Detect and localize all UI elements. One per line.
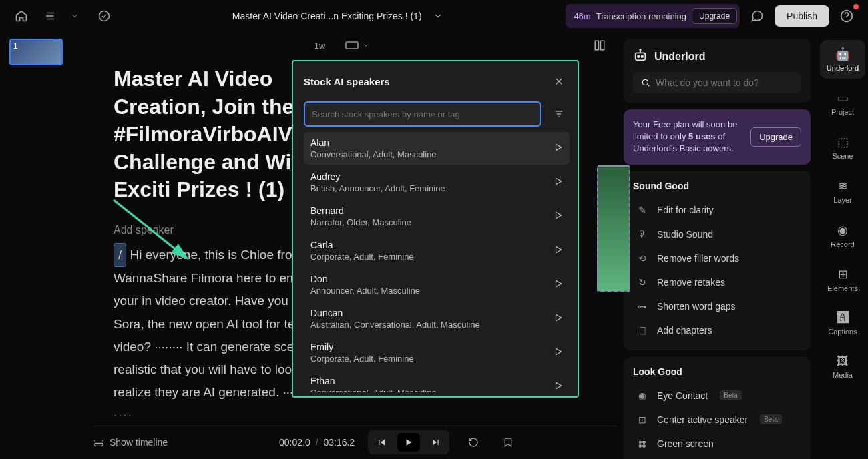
speaker-tags: Conversational, Adult, Masculine <box>310 388 554 392</box>
search-icon <box>641 78 650 87</box>
nav-scene[interactable]: ⬚Scene <box>820 128 865 167</box>
transcription-time: 46m <box>574 11 590 21</box>
width-selector[interactable]: 1w <box>314 41 326 51</box>
vertical-nav: 🤖Underlord ▭Project ⬚Scene ≋Layer ◉Recor… <box>817 32 868 459</box>
stock-speakers-modal: Stock AI speakers Alan Conversational, A… <box>292 60 579 398</box>
tool-edit-clarity[interactable]: ✎Edit for clarity <box>633 199 801 221</box>
chevron-down-icon[interactable] <box>427 5 449 27</box>
play-icon[interactable] <box>554 245 563 256</box>
speaker-search-input[interactable] <box>312 109 533 119</box>
tool-remove-retakes[interactable]: ↻Remove retakes <box>633 272 801 293</box>
svg-line-22 <box>647 84 649 86</box>
speaker-row[interactable]: Bernard Narrator, Older, Masculine <box>304 200 570 233</box>
captions-icon: 🅰 <box>837 311 849 325</box>
project-title[interactable]: Master AI Video Creati...n Exciting Priz… <box>232 11 422 21</box>
svg-marker-31 <box>556 246 562 252</box>
nav-media[interactable]: 🖼Media <box>820 348 865 386</box>
play-icon[interactable] <box>554 211 563 222</box>
play-icon[interactable] <box>554 347 563 358</box>
script-title[interactable]: Master AI Video Creation, Join the #Film… <box>73 59 314 224</box>
underlord-search[interactable] <box>633 72 801 93</box>
transcript-line: your in video creator. Have you see <box>114 294 312 308</box>
speaker-list: Alan Conversational, Adult, Masculine Au… <box>304 132 570 392</box>
robot-icon: 🤖 <box>835 47 850 61</box>
speaker-row[interactable]: Carla Corporate, Adult, Feminine <box>304 234 570 267</box>
underlord-search-input[interactable] <box>656 77 793 88</box>
tool-eye-contact[interactable]: ◉Eye ContactBeta <box>633 385 801 406</box>
publish-button[interactable]: Publish <box>775 5 829 27</box>
scene-thumb[interactable]: 1 <box>9 39 63 65</box>
nav-record[interactable]: ◉Record <box>820 216 865 255</box>
speaker-row[interactable]: Audrey British, Announcer, Adult, Femini… <box>304 166 570 199</box>
nav-elements[interactable]: ⊞Elements <box>820 260 865 299</box>
speaker-name: Emily <box>310 342 554 352</box>
look-good-title: Look Good <box>633 366 801 377</box>
help-icon[interactable] <box>836 5 857 27</box>
tool-add-chapters[interactable]: ⎕Add chapters <box>633 320 801 341</box>
svg-rect-6 <box>346 42 358 49</box>
speaker-row[interactable]: Alan Conversational, Adult, Masculine <box>304 132 570 165</box>
svg-marker-13 <box>407 439 412 445</box>
center-icon: ⊡ <box>636 414 649 425</box>
transcription-label: Transcription remaining <box>596 11 686 21</box>
home-icon[interactable] <box>11 5 32 27</box>
play-icon[interactable] <box>397 433 420 452</box>
show-timeline-label: Show timeline <box>110 437 168 448</box>
bookmark-icon[interactable] <box>497 432 519 453</box>
svg-point-18 <box>641 55 643 57</box>
look-good-card: Look Good ◉Eye ContactBeta ⊡Center activ… <box>624 357 811 459</box>
tool-remove-filler[interactable]: ⟲Remove filler words <box>633 248 801 269</box>
nav-project[interactable]: ▭Project <box>820 84 865 123</box>
record-icon: ◉ <box>837 223 848 238</box>
speaker-tags: Corporate, Adult, Feminine <box>310 252 554 262</box>
loop-icon[interactable] <box>463 432 484 453</box>
scene-icon: ⬚ <box>837 135 849 149</box>
chevron-down-icon[interactable] <box>64 5 85 27</box>
nav-captions[interactable]: 🅰Captions <box>820 304 865 342</box>
eye-icon: ◉ <box>636 390 649 401</box>
check-icon[interactable] <box>93 5 115 27</box>
topbar-right: 46m Transcription remaining Upgrade Publ… <box>566 4 857 28</box>
play-icon[interactable] <box>554 279 563 290</box>
tool-center-speaker[interactable]: ⊡Center active speakerBeta <box>633 409 801 430</box>
tool-green-screen[interactable]: ▦Green screen <box>633 433 801 454</box>
speaker-tags: British, Announcer, Adult, Feminine <box>310 183 554 193</box>
skip-forward-icon[interactable] <box>424 433 447 452</box>
speaker-name: Audrey <box>310 171 554 182</box>
speaker-row[interactable]: Don Announcer, Adult, Masculine <box>304 268 570 301</box>
speaker-row[interactable]: Duncan Australian, Conversational, Adult… <box>304 302 570 335</box>
upgrade-button-sm[interactable]: Upgrade <box>692 8 737 24</box>
play-icon[interactable] <box>554 313 563 324</box>
close-icon[interactable] <box>548 71 570 92</box>
play-icon[interactable] <box>554 143 563 154</box>
nav-layer[interactable]: ≋Layer <box>820 172 865 211</box>
upgrade-notice-text: Your Free plan will soon be limited to o… <box>633 119 744 155</box>
project-icon: ▭ <box>837 91 849 105</box>
show-timeline-button[interactable]: Show timeline <box>93 437 168 448</box>
transcript-line: Hi everyone, this is Chloe from <box>130 248 303 262</box>
tool-studio-sound[interactable]: 🎙Studio Sound <box>633 223 801 245</box>
layout-icon[interactable] <box>589 35 610 56</box>
editor-toolbar: 1w <box>73 32 610 59</box>
tool-shorten-gaps[interactable]: ⊶Shorten word gaps <box>633 296 801 317</box>
speaker-search[interactable] <box>304 101 541 127</box>
aspect-selector[interactable] <box>345 41 369 49</box>
speaker-row[interactable]: Emily Corporate, Adult, Feminine <box>304 336 570 369</box>
play-icon[interactable] <box>554 381 563 392</box>
strike-icon: ⟲ <box>636 253 649 264</box>
nav-underlord[interactable]: 🤖Underlord <box>820 40 865 79</box>
upgrade-button[interactable]: Upgrade <box>750 127 801 147</box>
layer-icon: ≋ <box>838 179 848 193</box>
menu-icon[interactable] <box>40 5 61 27</box>
speaker-name: Alan <box>310 137 554 148</box>
filter-icon[interactable] <box>548 103 570 125</box>
slash-marker[interactable]: / <box>114 243 126 267</box>
transcript-line: realistic that you will have to look tw <box>114 362 314 376</box>
media-preview[interactable] <box>597 165 630 292</box>
play-icon[interactable] <box>554 177 563 188</box>
chat-icon[interactable] <box>746 5 768 27</box>
skip-back-icon[interactable] <box>371 433 393 452</box>
bookmark-icon: ⎕ <box>636 325 649 336</box>
underlord-title: Underlord <box>654 51 705 63</box>
speaker-row[interactable]: Ethan Conversational, Adult, Masculine <box>304 370 570 392</box>
